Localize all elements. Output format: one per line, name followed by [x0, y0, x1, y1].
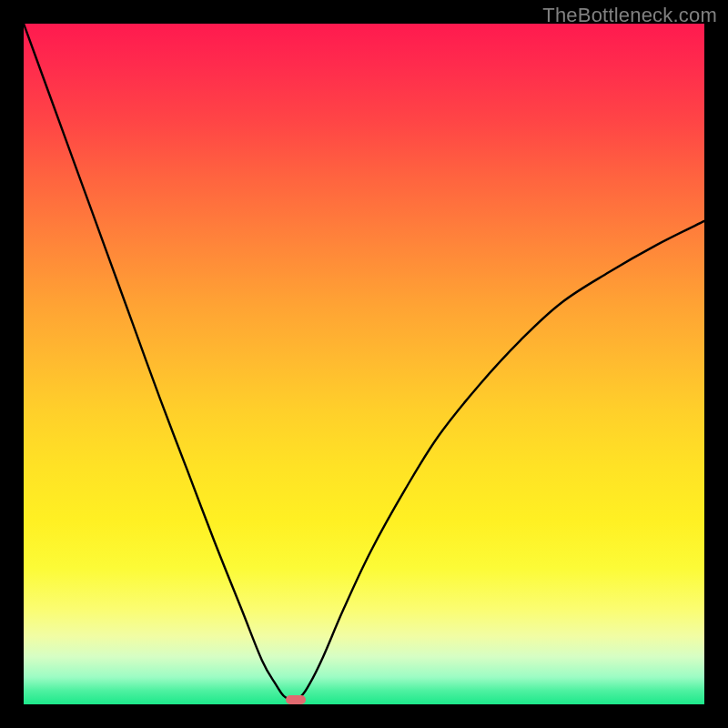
curve-svg [24, 24, 704, 704]
watermark-text: TheBottleneck.com [542, 4, 717, 27]
minimum-marker [286, 695, 306, 704]
plot-area [24, 24, 704, 704]
bottleneck-curve [24, 24, 704, 700]
chart-stage: TheBottleneck.com [0, 0, 728, 728]
